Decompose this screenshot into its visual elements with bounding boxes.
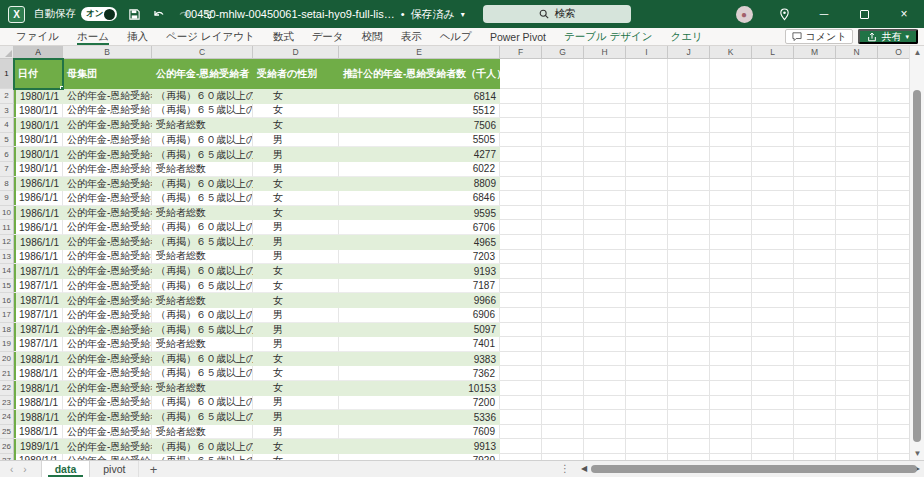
empty-cell[interactable]: [794, 337, 836, 352]
empty-cell[interactable]: [794, 59, 836, 89]
empty-cell[interactable]: [836, 337, 878, 352]
cell-E5[interactable]: 5505: [339, 133, 500, 148]
empty-cell[interactable]: [584, 133, 626, 148]
cell-E7[interactable]: 6022: [339, 162, 500, 177]
ribbon-tab-クエリ[interactable]: クエリ: [662, 28, 712, 45]
sheet-tab-pivot[interactable]: pivot: [90, 461, 139, 477]
empty-cell[interactable]: [752, 250, 794, 265]
cell-C5[interactable]: （再掲）６０歳以上の受給者: [152, 133, 253, 148]
cell-E16[interactable]: 9966: [339, 293, 500, 308]
empty-cell[interactable]: [710, 293, 752, 308]
empty-cell[interactable]: [500, 381, 542, 396]
empty-cell[interactable]: [668, 308, 710, 323]
cell-C10[interactable]: 受給者総数: [152, 206, 253, 221]
empty-cell[interactable]: [626, 118, 668, 133]
empty-cell[interactable]: [752, 89, 794, 104]
row-header-10[interactable]: 10: [0, 206, 14, 221]
empty-cell[interactable]: [668, 425, 710, 440]
empty-cell[interactable]: [584, 89, 626, 104]
scroll-down-icon[interactable]: ▼: [910, 447, 924, 460]
empty-cell[interactable]: [500, 366, 542, 381]
cell-B24[interactable]: 公的年金-恩給受給者: [63, 410, 152, 425]
empty-cell[interactable]: [584, 177, 626, 192]
empty-cell[interactable]: [542, 308, 584, 323]
cell-D23[interactable]: 男: [253, 396, 339, 411]
cell-D15[interactable]: 女: [253, 279, 339, 294]
cell-E20[interactable]: 9383: [339, 352, 500, 367]
empty-cell[interactable]: [584, 308, 626, 323]
empty-cell[interactable]: [794, 162, 836, 177]
empty-cell[interactable]: [752, 206, 794, 221]
empty-cell[interactable]: [500, 104, 542, 119]
empty-cell[interactable]: [710, 162, 752, 177]
empty-cell[interactable]: [668, 104, 710, 119]
cell-B20[interactable]: 公的年金-恩給受給者: [63, 352, 152, 367]
empty-cell[interactable]: [542, 396, 584, 411]
empty-cell[interactable]: [626, 147, 668, 162]
empty-cell[interactable]: [752, 410, 794, 425]
empty-cell[interactable]: [710, 250, 752, 265]
empty-cell[interactable]: [710, 104, 752, 119]
empty-cell[interactable]: [878, 439, 909, 454]
empty-cell[interactable]: [836, 250, 878, 265]
empty-cell[interactable]: [584, 118, 626, 133]
cell-B19[interactable]: 公的年金-恩給受給者: [63, 337, 152, 352]
empty-cell[interactable]: [710, 439, 752, 454]
cell-D22[interactable]: 女: [253, 381, 339, 396]
cell-A25[interactable]: 1988/1/1: [14, 425, 63, 440]
empty-cell[interactable]: [668, 396, 710, 411]
empty-cell[interactable]: [794, 425, 836, 440]
cell-B9[interactable]: 公的年金-恩給受給者: [63, 191, 152, 206]
cell-A6[interactable]: 1980/1/1: [14, 147, 63, 162]
empty-cell[interactable]: [500, 220, 542, 235]
empty-cell[interactable]: [584, 337, 626, 352]
cell-A10[interactable]: 1986/1/1: [14, 206, 63, 221]
cell-E6[interactable]: 4277: [339, 147, 500, 162]
row-header-14[interactable]: 14: [0, 264, 14, 279]
empty-cell[interactable]: [500, 162, 542, 177]
empty-cell[interactable]: [542, 410, 584, 425]
cell-D25[interactable]: 男: [253, 425, 339, 440]
empty-cell[interactable]: [878, 293, 909, 308]
comments-button[interactable]: コメント: [785, 29, 854, 44]
cell-E18[interactable]: 5097: [339, 323, 500, 338]
empty-cell[interactable]: [752, 59, 794, 89]
cell-B17[interactable]: 公的年金-恩給受給者: [63, 308, 152, 323]
account-button[interactable]: ●: [724, 0, 764, 28]
empty-cell[interactable]: [668, 366, 710, 381]
empty-cell[interactable]: [752, 439, 794, 454]
empty-cell[interactable]: [542, 89, 584, 104]
empty-cell[interactable]: [794, 147, 836, 162]
cell-E21[interactable]: 7362: [339, 366, 500, 381]
search-box[interactable]: 検索: [483, 5, 631, 23]
row-header-21[interactable]: 21: [0, 366, 14, 381]
empty-cell[interactable]: [794, 206, 836, 221]
empty-cell[interactable]: [500, 323, 542, 338]
empty-cell[interactable]: [668, 323, 710, 338]
row-header-23[interactable]: 23: [0, 396, 14, 411]
empty-cell[interactable]: [542, 425, 584, 440]
cell-E9[interactable]: 6846: [339, 191, 500, 206]
cell-D12[interactable]: 男: [253, 235, 339, 250]
empty-cell[interactable]: [584, 366, 626, 381]
empty-cell[interactable]: [878, 308, 909, 323]
empty-cell[interactable]: [542, 235, 584, 250]
empty-cell[interactable]: [626, 206, 668, 221]
cell-E8[interactable]: 8809: [339, 177, 500, 192]
cell-C9[interactable]: （再掲）６５歳以上の受給者: [152, 191, 253, 206]
cell-D5[interactable]: 男: [253, 133, 339, 148]
cell-A20[interactable]: 1988/1/1: [14, 352, 63, 367]
cell-D17[interactable]: 男: [253, 308, 339, 323]
cell-C14[interactable]: （再掲）６０歳以上の受給者: [152, 264, 253, 279]
empty-cell[interactable]: [542, 250, 584, 265]
empty-cell[interactable]: [626, 89, 668, 104]
ribbon-tab-ファイル[interactable]: ファイル: [7, 28, 68, 45]
empty-cell[interactable]: [710, 366, 752, 381]
empty-cell[interactable]: [626, 264, 668, 279]
empty-cell[interactable]: [836, 177, 878, 192]
cell-A16[interactable]: 1987/1/1: [14, 293, 63, 308]
column-header-M[interactable]: M: [794, 46, 836, 59]
cell-A2[interactable]: 1980/1/1: [14, 89, 63, 104]
column-header-L[interactable]: L: [752, 46, 794, 59]
cell-A7[interactable]: 1980/1/1: [14, 162, 63, 177]
